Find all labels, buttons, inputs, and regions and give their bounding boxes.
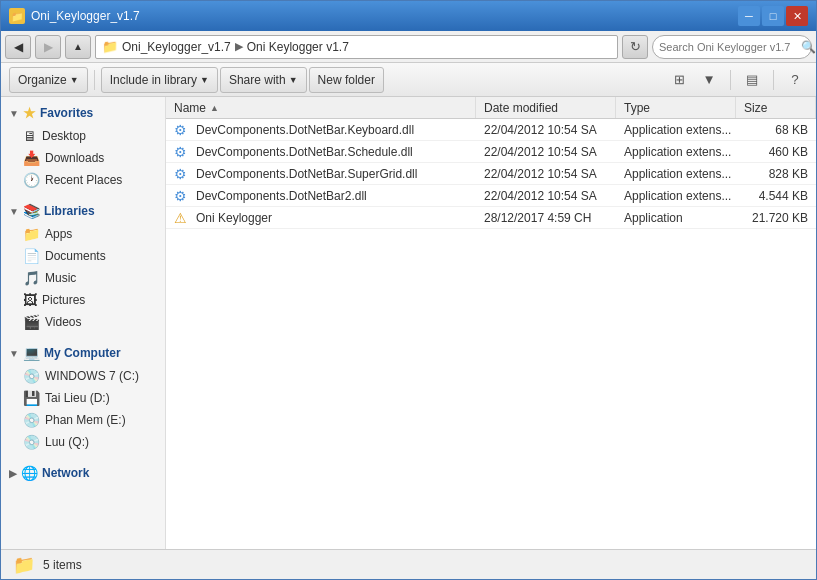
sidebar-divider-2 bbox=[1, 333, 165, 341]
file-type-1: Application extens... bbox=[624, 123, 731, 137]
breadcrumb-sub: Oni Keylogger v1.7 bbox=[247, 40, 349, 54]
new-folder-button[interactable]: New folder bbox=[309, 67, 384, 93]
recent-places-icon: 🕐 bbox=[23, 172, 40, 188]
sidebar-divider-3 bbox=[1, 453, 165, 461]
sidebar-item-tailieu[interactable]: 💾 Tai Lieu (D:) bbox=[1, 387, 165, 409]
sidebar-section-computer[interactable]: ▼ 💻 My Computer bbox=[1, 341, 165, 365]
exe-file-icon-5: ⚠ bbox=[174, 210, 187, 226]
file-size-5: 21.720 KB bbox=[752, 211, 808, 225]
file-name-4: DevComponents.DotNetBar2.dll bbox=[196, 189, 367, 203]
breadcrumb-folder-icon: 📁 bbox=[102, 39, 118, 54]
file-date-3: 22/04/2012 10:54 SA bbox=[484, 167, 597, 181]
favorites-star-icon: ★ bbox=[23, 105, 36, 121]
sidebar-item-tailieu-label: Tai Lieu (D:) bbox=[45, 391, 110, 405]
network-label: Network bbox=[42, 466, 89, 480]
sidebar-item-pictures-label: Pictures bbox=[42, 293, 85, 307]
table-row[interactable]: ⚙ DevComponents.DotNetBar2.dll 22/04/201… bbox=[166, 185, 816, 207]
title-bar-controls: ─ □ ✕ bbox=[738, 6, 808, 26]
toolbar: Organize ▼ Include in library ▼ Share wi… bbox=[1, 63, 816, 97]
table-row[interactable]: ⚙ DevComponents.DotNetBar.Schedule.dll 2… bbox=[166, 141, 816, 163]
organize-button[interactable]: Organize ▼ bbox=[9, 67, 88, 93]
documents-icon: 📄 bbox=[23, 248, 40, 264]
breadcrumb-root: Oni_Keylogger_v1.7 bbox=[122, 40, 231, 54]
name-sort-icon: ▲ bbox=[210, 103, 219, 113]
file-size-2: 460 KB bbox=[769, 145, 808, 159]
sidebar-item-windows7[interactable]: 💿 WINDOWS 7 (C:) bbox=[1, 365, 165, 387]
sidebar-item-luu[interactable]: 💿 Luu (Q:) bbox=[1, 431, 165, 453]
sidebar-item-apps-label: Apps bbox=[45, 227, 72, 241]
sidebar-item-recent-places[interactable]: 🕐 Recent Places bbox=[1, 169, 165, 191]
status-text: 5 items bbox=[43, 558, 82, 572]
file-size-cell-3: 828 KB bbox=[736, 163, 816, 184]
sidebar-item-documents[interactable]: 📄 Documents bbox=[1, 245, 165, 267]
file-date-cell-5: 28/12/2017 4:59 CH bbox=[476, 207, 616, 228]
sidebar-section-favorites[interactable]: ▼ ★ Favorites bbox=[1, 101, 165, 125]
file-name-cell: ⚠ Oni Keylogger bbox=[166, 207, 476, 228]
library-chevron-icon: ▼ bbox=[200, 75, 209, 85]
libraries-chevron-icon: ▼ bbox=[9, 206, 19, 217]
file-date-cell-4: 22/04/2012 10:54 SA bbox=[476, 185, 616, 206]
computer-icon: 💻 bbox=[23, 345, 40, 361]
col-header-type[interactable]: Type bbox=[616, 97, 736, 118]
file-date-cell-2: 22/04/2012 10:54 SA bbox=[476, 141, 616, 162]
sidebar-item-pictures[interactable]: 🖼 Pictures bbox=[1, 289, 165, 311]
sidebar-item-documents-label: Documents bbox=[45, 249, 106, 263]
help-button[interactable]: ? bbox=[782, 67, 808, 93]
file-name-cell: ⚙ DevComponents.DotNetBar2.dll bbox=[166, 185, 476, 206]
sidebar-section-network[interactable]: ▶ 🌐 Network bbox=[1, 461, 165, 485]
file-date-1: 22/04/2012 10:54 SA bbox=[484, 123, 597, 137]
file-type-2: Application extens... bbox=[624, 145, 731, 159]
sidebar-item-music[interactable]: 🎵 Music bbox=[1, 267, 165, 289]
sidebar-item-videos-label: Videos bbox=[45, 315, 81, 329]
file-type-cell-4: Application extens... bbox=[616, 185, 736, 206]
computer-chevron-icon: ▼ bbox=[9, 348, 19, 359]
search-input[interactable] bbox=[659, 41, 797, 53]
table-row[interactable]: ⚙ DevComponents.DotNetBar.SuperGrid.dll … bbox=[166, 163, 816, 185]
change-view-button[interactable]: ⊞ bbox=[666, 67, 692, 93]
dll-file-icon-4: ⚙ bbox=[174, 188, 187, 204]
table-row[interactable]: ⚠ Oni Keylogger 28/12/2017 4:59 CH Appli… bbox=[166, 207, 816, 229]
sidebar-item-downloads[interactable]: 📥 Downloads bbox=[1, 147, 165, 169]
back-button[interactable]: ◀ bbox=[5, 35, 31, 59]
refresh-button[interactable]: ↻ bbox=[622, 35, 648, 59]
view-options-button[interactable]: ▼ bbox=[696, 67, 722, 93]
toolbar-right: ⊞ ▼ ▤ ? bbox=[666, 67, 808, 93]
minimize-button[interactable]: ─ bbox=[738, 6, 760, 26]
share-chevron-icon: ▼ bbox=[289, 75, 298, 85]
status-folder-icon: 📁 bbox=[13, 554, 35, 576]
share-with-button[interactable]: Share with ▼ bbox=[220, 67, 307, 93]
file-date-cell-3: 22/04/2012 10:54 SA bbox=[476, 163, 616, 184]
table-row[interactable]: ⚙ DevComponents.DotNetBar.Keyboard.dll 2… bbox=[166, 119, 816, 141]
sidebar-item-apps[interactable]: 📁 Apps bbox=[1, 223, 165, 245]
breadcrumb[interactable]: 📁 Oni_Keylogger_v1.7 ▶ Oni Keylogger v1.… bbox=[95, 35, 618, 59]
file-size-cell-4: 4.544 KB bbox=[736, 185, 816, 206]
sidebar-item-desktop[interactable]: 🖥 Desktop bbox=[1, 125, 165, 147]
file-type-3: Application extens... bbox=[624, 167, 731, 181]
apps-icon: 📁 bbox=[23, 226, 40, 242]
col-header-date[interactable]: Date modified bbox=[476, 97, 616, 118]
col-header-name[interactable]: Name ▲ bbox=[166, 97, 476, 118]
sidebar-item-videos[interactable]: 🎬 Videos bbox=[1, 311, 165, 333]
sidebar-section-libraries[interactable]: ▼ 📚 Libraries bbox=[1, 199, 165, 223]
libraries-label: Libraries bbox=[44, 204, 95, 218]
maximize-button[interactable]: □ bbox=[762, 6, 784, 26]
preview-pane-button[interactable]: ▤ bbox=[739, 67, 765, 93]
file-size-4: 4.544 KB bbox=[759, 189, 808, 203]
file-name-3: DevComponents.DotNetBar.SuperGrid.dll bbox=[196, 167, 417, 181]
favorites-label: Favorites bbox=[40, 106, 93, 120]
sidebar-item-phanmem[interactable]: 💿 Phan Mem (E:) bbox=[1, 409, 165, 431]
close-button[interactable]: ✕ bbox=[786, 6, 808, 26]
file-list-header: Name ▲ Date modified Type Size bbox=[166, 97, 816, 119]
sidebar-item-windows7-label: WINDOWS 7 (C:) bbox=[45, 369, 139, 383]
luu-drive-icon: 💿 bbox=[23, 434, 40, 450]
file-date-cell-1: 22/04/2012 10:54 SA bbox=[476, 119, 616, 140]
sidebar-item-phanmem-label: Phan Mem (E:) bbox=[45, 413, 126, 427]
up-button[interactable]: ▲ bbox=[65, 35, 91, 59]
network-icon: 🌐 bbox=[21, 465, 38, 481]
phanmem-drive-icon: 💿 bbox=[23, 412, 40, 428]
col-header-size[interactable]: Size bbox=[736, 97, 816, 118]
file-name-cell: ⚙ DevComponents.DotNetBar.Schedule.dll bbox=[166, 141, 476, 162]
search-bar[interactable]: 🔍 bbox=[652, 35, 812, 59]
forward-button[interactable]: ▶ bbox=[35, 35, 61, 59]
include-library-button[interactable]: Include in library ▼ bbox=[101, 67, 218, 93]
